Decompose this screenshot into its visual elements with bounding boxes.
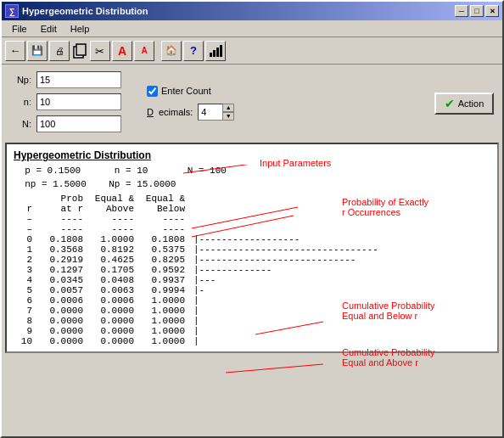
n-input[interactable]	[36, 93, 121, 110]
N-row: N:	[10, 115, 121, 132]
font-small-button[interactable]: A	[134, 41, 154, 61]
cut-button[interactable]: ✂	[90, 41, 110, 61]
action-button[interactable]: ✔ Action	[434, 93, 494, 115]
decimals-label-rest: ecimals:	[159, 107, 193, 117]
menu-bar: File Edit Help	[2, 20, 502, 37]
table-row: 10 0.0000 0.0000 1.0000 |	[14, 336, 490, 346]
decimals-label: D	[147, 107, 154, 117]
annotation-prob-exactly: Probability of Exactlyr Occurrences	[342, 197, 490, 217]
N-label: N:	[10, 119, 31, 129]
font-large-button[interactable]: A	[112, 41, 132, 61]
fields-left: Np: n: N:	[10, 71, 121, 132]
svg-rect-3	[210, 53, 212, 57]
check-icon: ✔	[445, 97, 455, 110]
stats-button[interactable]	[205, 41, 226, 61]
svg-rect-5	[216, 48, 219, 57]
help-button[interactable]: ?	[183, 41, 204, 61]
title-bar: ∑ Hypergeometric Distribution ─ □ ✕	[2, 2, 502, 20]
spinner-up[interactable]: ▲	[222, 104, 234, 112]
menu-file[interactable]: File	[5, 22, 34, 36]
col-above-header: Equal &	[90, 194, 141, 204]
spinner-down[interactable]: ▼	[222, 112, 234, 121]
annotation-cumul-below: Cumulative ProbabilityEqual and Below r	[342, 300, 490, 321]
table-row: 0 0.1808 1.0000 0.1808 |----------------…	[14, 234, 490, 244]
window-title: Hypergeometric Distribution	[22, 6, 455, 16]
svg-text:✂: ✂	[95, 45, 104, 58]
action-label: Action	[458, 98, 484, 109]
annotation-input-params: Input Parameters	[260, 158, 331, 168]
main-window: ∑ Hypergeometric Distribution ─ □ ✕ File…	[0, 0, 504, 438]
window-controls: ─ □ ✕	[455, 5, 499, 17]
decimals-spinner: ▲ ▼	[222, 104, 234, 121]
annotation-cumul-above: Cumulative ProbabilityEqual and Above r	[342, 347, 490, 368]
enter-count-row: Enter Count	[147, 86, 234, 97]
save-button[interactable]: 💾	[27, 41, 48, 61]
table-row: – ---- ---- ----	[14, 224, 490, 234]
col-prob-header: Prob	[39, 194, 90, 204]
minimize-button[interactable]: ─	[455, 5, 468, 17]
n-label: n:	[10, 97, 31, 107]
close-button[interactable]: ✕	[485, 5, 499, 17]
np-input[interactable]	[36, 71, 121, 88]
copy-button[interactable]	[71, 42, 88, 59]
decimals-row: Decimals: ▲ ▼	[147, 104, 234, 121]
table-row: 2 0.2919 0.4625 0.8295 |----------------…	[14, 255, 490, 265]
col-below-header: Equal &	[141, 194, 192, 204]
action-area: ✔ Action	[434, 89, 494, 115]
enter-count-checkbox[interactable]	[147, 86, 158, 97]
svg-rect-1	[76, 44, 86, 55]
decimals-input[interactable]	[198, 104, 223, 121]
np-row: Np:	[10, 71, 121, 88]
output-title: Hypergeometric Distribution	[14, 149, 490, 161]
table-row: 3 0.1297 0.1705 0.9592 |-------------	[14, 265, 490, 275]
svg-rect-6	[220, 45, 222, 57]
table-row: 9 0.0000 0.0000 1.0000 |	[14, 326, 490, 336]
menu-edit[interactable]: Edit	[34, 22, 64, 36]
home-button[interactable]: 🏠	[161, 41, 182, 61]
window-icon: ∑	[5, 4, 19, 18]
svg-line-11	[226, 364, 323, 373]
table-row: 4 0.0345 0.0408 0.9937 |---	[14, 275, 490, 285]
enter-count-label: Enter Count	[161, 86, 211, 96]
table-row: 5 0.0057 0.0063 0.9994 |-	[14, 285, 490, 295]
form-section: Np: n: N: Enter Count Decimals:	[2, 65, 502, 139]
print-button[interactable]: 🖨	[49, 41, 70, 61]
n-row: n:	[10, 93, 121, 110]
restore-button[interactable]: □	[470, 5, 484, 17]
svg-rect-4	[213, 50, 216, 57]
menu-help[interactable]: Help	[64, 22, 97, 36]
output-params: p = 0.1500 n = 10 N = 100 np = 1.5000 Np…	[14, 165, 490, 192]
np-label: Np:	[10, 75, 31, 85]
N-input[interactable]	[36, 115, 121, 132]
table-row: 1 0.3568 0.8192 0.5375 |----------------…	[14, 244, 490, 255]
output-section: Hypergeometric Distribution p = 0.1500 n…	[5, 143, 499, 353]
back-button[interactable]: ←	[5, 41, 25, 61]
table-body: – ---- ---- ---- 0 0.1808 1.0000 0.1808 …	[14, 224, 490, 346]
fields-middle: Enter Count Decimals: ▲ ▼	[147, 84, 234, 121]
toolbar: ← 💾 🖨 ✂ A A 🏠 ?	[2, 37, 502, 65]
